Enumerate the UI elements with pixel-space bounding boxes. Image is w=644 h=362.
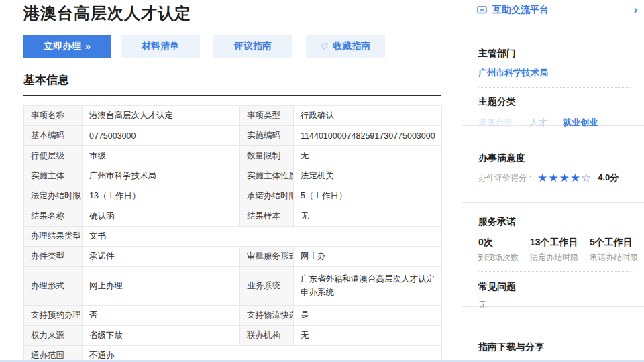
satisfaction-title: 办事满意度 bbox=[478, 152, 644, 164]
field-label: 行使层级 bbox=[24, 146, 83, 166]
field-value: 网上办理 bbox=[83, 267, 240, 306]
table-row: 事项名称 港澳台高层次人才认定 事项类型 行政确认 bbox=[24, 106, 442, 126]
table-row: 基本编码 0775003000 实施编码 1144010000748259173… bbox=[24, 126, 442, 146]
field-label: 承诺办结时限 bbox=[240, 186, 294, 206]
table-row: 支持预约办理 否 支持物流快递 是 bbox=[24, 306, 442, 326]
field-label: 实施编码 bbox=[240, 126, 294, 146]
stat-value: 5个工作日 bbox=[590, 237, 638, 249]
table-row: 办件类型 承诺件 审批服务形式 网上办 bbox=[24, 247, 442, 267]
topic-tag[interactable]: 港澳台侨 bbox=[478, 117, 513, 129]
field-value: 文书 bbox=[83, 227, 442, 247]
field-value: 港澳台高层次人才认定 bbox=[83, 106, 240, 126]
field-value: 市级 bbox=[83, 146, 240, 166]
field-value: 省级下放 bbox=[83, 326, 240, 346]
favorite-guide-button[interactable]: ♡ 收藏指南 bbox=[306, 35, 385, 58]
basic-info-section-title: 基本信息 bbox=[23, 72, 441, 96]
field-label: 支持物流快递 bbox=[240, 306, 294, 326]
field-value: 行政确认 bbox=[294, 106, 442, 126]
table-row: 行使层级 市级 数量限制 无 bbox=[24, 146, 442, 166]
field-label: 办理形式 bbox=[24, 267, 83, 306]
chat-platform-icon bbox=[477, 6, 487, 15]
stat-item: 0次 到现场次数 bbox=[478, 237, 519, 263]
field-label: 事项名称 bbox=[24, 106, 83, 126]
star-empty-icon: ☆ bbox=[581, 172, 592, 184]
field-value: 无 bbox=[294, 146, 442, 166]
help-platform-card[interactable]: 互助交流平台 › bbox=[462, 0, 644, 23]
promise-title: 服务承诺 bbox=[478, 216, 644, 228]
topic-title: 主题分类 bbox=[478, 96, 644, 108]
star-rating: ★★★★☆ bbox=[537, 172, 592, 184]
basic-info-table: 事项名称 港澳台高层次人才认定 事项类型 行政确认 基本编码 077500300… bbox=[23, 105, 442, 362]
department-card: 主管部门 广州市科学技术局 主题分类 港澳台侨 人才 就业创业 bbox=[462, 34, 644, 126]
table-row: 办理形式 网上办理 业务系统 广东省外籍和港澳台高层次人才认定申办系统 bbox=[24, 267, 442, 306]
action-buttons: 立即办理 » 材料清单 评议指南 ♡ 收藏指南 bbox=[23, 35, 398, 58]
field-value: 法定机关 bbox=[294, 166, 442, 186]
apply-button-label: 立即办理 bbox=[44, 40, 81, 52]
favorite-guide-button-label: 收藏指南 bbox=[333, 40, 370, 52]
review-guide-button[interactable]: 评议指南 bbox=[213, 35, 292, 58]
field-value: 网上办 bbox=[294, 247, 442, 267]
table-row: 实施主体 广州市科学技术局 实施主体性质 法定机关 bbox=[24, 166, 442, 186]
field-label: 审批服务形式 bbox=[240, 247, 294, 267]
topic-tag[interactable]: 人才 bbox=[529, 117, 547, 129]
table-row: 办理结果类型 文书 bbox=[24, 227, 442, 247]
field-value: 确认函 bbox=[83, 206, 240, 227]
field-value: 承诺件 bbox=[83, 247, 240, 267]
double-arrow-icon: » bbox=[85, 41, 91, 52]
rating-row: 办件评价得分： ★★★★☆ 4.0分 bbox=[478, 172, 644, 184]
field-label: 基本编码 bbox=[24, 126, 83, 146]
field-label: 事项类型 bbox=[240, 106, 294, 126]
download-share-card: 指南下载与分享 bbox=[462, 320, 644, 362]
rating-label: 办件评价得分： bbox=[478, 172, 535, 184]
heart-icon: ♡ bbox=[321, 42, 329, 52]
faq-title: 常见问题 bbox=[478, 281, 644, 293]
dotted-divider bbox=[478, 272, 631, 272]
field-value: 无 bbox=[294, 326, 442, 346]
field-label: 业务系统 bbox=[240, 267, 294, 306]
table-row: 法定办结时限 13（工作日） 承诺办结时限 5（工作日） bbox=[24, 186, 442, 206]
department-link[interactable]: 广州市科学技术局 bbox=[478, 67, 548, 79]
rating-score: 4.0分 bbox=[598, 172, 619, 184]
field-label: 联办机构 bbox=[240, 326, 294, 346]
field-label: 数量限制 bbox=[240, 146, 294, 166]
topic-tag[interactable]: 就业创业 bbox=[563, 117, 598, 129]
materials-button[interactable]: 材料清单 bbox=[121, 35, 200, 58]
stat-label: 法定办结时限 bbox=[530, 252, 578, 263]
field-label: 结果名称 bbox=[24, 206, 83, 227]
help-platform-label: 互助交流平台 bbox=[492, 4, 634, 16]
field-label: 实施主体 bbox=[24, 166, 83, 186]
stars-filled-icon: ★★★★ bbox=[537, 172, 581, 184]
field-value: 11440100007482591730775003000 bbox=[294, 126, 442, 146]
page-title: 港澳台高层次人才认定 bbox=[23, 0, 441, 24]
field-value: 是 bbox=[294, 306, 442, 326]
satisfaction-card: 办事满意度 办件评价得分： ★★★★☆ 4.0分 bbox=[462, 139, 644, 192]
field-label: 实施主体性质 bbox=[240, 166, 294, 186]
field-label: 法定办结时限 bbox=[24, 186, 83, 206]
materials-button-label: 材料清单 bbox=[142, 40, 179, 52]
field-value: 5（工作日） bbox=[294, 186, 442, 206]
stat-label: 承诺办结时限 bbox=[590, 252, 638, 263]
field-label: 办件类型 bbox=[24, 247, 83, 267]
field-value: 否 bbox=[83, 306, 240, 326]
apply-button[interactable]: 立即办理 » bbox=[23, 35, 111, 58]
table-row: 结果名称 确认函 结果样本 无 bbox=[24, 206, 442, 227]
field-value: 广东省外籍和港澳台高层次人才认定申办系统 bbox=[294, 267, 442, 306]
field-value: 无 bbox=[294, 206, 442, 227]
promise-stats: 0次 到现场次数 13个工作日 法定办结时限 5个工作日 承诺办结时限 bbox=[478, 237, 644, 263]
stat-item: 5个工作日 承诺办结时限 bbox=[590, 237, 638, 263]
faq-value: 无 bbox=[478, 300, 644, 311]
stat-value: 13个工作日 bbox=[530, 237, 578, 249]
chevron-right-icon[interactable]: › bbox=[634, 4, 637, 16]
service-promise-card: 服务承诺 0次 到现场次数 13个工作日 法定办结时限 5个工作日 承诺办结时限… bbox=[462, 202, 644, 307]
main-content: 港澳台高层次人才认定 立即办理 » 材料清单 评议指南 ♡ 收藏指南 基本信息 … bbox=[23, 0, 441, 24]
review-guide-button-label: 评议指南 bbox=[234, 40, 272, 52]
stat-label: 到现场次数 bbox=[478, 252, 519, 263]
dotted-divider bbox=[478, 87, 631, 88]
field-value: 0775003000 bbox=[83, 126, 240, 146]
stat-value: 0次 bbox=[478, 237, 519, 249]
download-share-title: 指南下载与分享 bbox=[478, 341, 644, 353]
field-value: 广州市科学技术局 bbox=[83, 166, 240, 186]
stat-item: 13个工作日 法定办结时限 bbox=[530, 237, 578, 263]
table-row: 权力来源 省级下放 联办机构 无 bbox=[24, 326, 442, 346]
field-value: 13（工作日） bbox=[83, 186, 240, 206]
